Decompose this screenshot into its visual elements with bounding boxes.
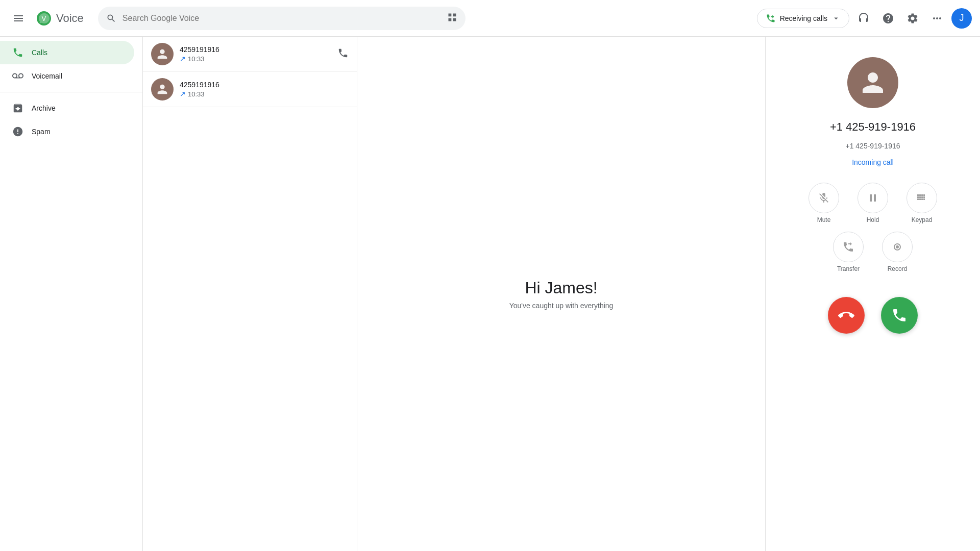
main-container: Calls Voicemail Archive Spam: [0, 37, 980, 551]
call-list-item[interactable]: 4259191916 ↗ 10:33: [143, 72, 357, 107]
menu-icon[interactable]: [8, 8, 29, 29]
accept-call-button[interactable]: [881, 297, 918, 334]
call-controls-row2: Transfer Record: [828, 232, 918, 272]
mute-circle: [808, 183, 839, 213]
svg-point-2: [896, 245, 899, 248]
sidebar-spam-label: Spam: [32, 128, 51, 136]
svg-text:V: V: [41, 14, 46, 22]
logo-text: Voice: [56, 12, 84, 25]
call-number: 4259191916: [180, 81, 349, 89]
hold-button[interactable]: Hold: [852, 183, 893, 223]
voicemail-icon: [12, 70, 23, 82]
search-bar: [98, 7, 465, 30]
call-info: 4259191916 ↗ 10:33: [180, 81, 349, 98]
keypad-circle: [906, 183, 937, 213]
headset-button[interactable]: [853, 8, 874, 29]
spam-icon: [12, 126, 23, 137]
sidebar-item-voicemail[interactable]: Voicemail: [0, 64, 134, 88]
logo-area: V Voice: [35, 9, 84, 28]
help-button[interactable]: [878, 8, 898, 29]
calls-icon: [12, 47, 23, 58]
call-info: 4259191916 ↗ 10:33: [180, 45, 331, 63]
sidebar: Calls Voicemail Archive Spam: [0, 37, 143, 551]
record-button[interactable]: Record: [877, 232, 918, 272]
transfer-circle: [833, 232, 864, 262]
decline-call-button[interactable]: [828, 297, 865, 334]
call-phone-icon[interactable]: [337, 47, 349, 61]
call-number: 4259191916: [180, 45, 331, 54]
call-action-buttons: [828, 297, 918, 334]
hold-circle: [857, 183, 888, 213]
archive-icon: [12, 103, 23, 114]
call-time: 10:33: [188, 90, 205, 98]
header-right: Receiving calls J: [757, 8, 972, 29]
call-arrow-icon: ↗: [180, 55, 186, 63]
search-icon: [106, 13, 116, 23]
greeting-subtitle: You've caught up with everything: [509, 302, 614, 310]
search-grid-icon[interactable]: [447, 12, 457, 24]
caller-avatar: [151, 78, 174, 101]
sidebar-archive-label: Archive: [32, 104, 56, 112]
user-avatar[interactable]: J: [951, 8, 972, 29]
hold-label: Hold: [867, 216, 879, 223]
sidebar-item-archive[interactable]: Archive: [0, 96, 134, 120]
caller-number-sub: +1 425-919-1916: [845, 142, 900, 150]
call-list-item[interactable]: 4259191916 ↗ 10:33: [143, 37, 357, 72]
transfer-button[interactable]: Transfer: [828, 232, 869, 272]
incoming-call-panel: +1 425-919-1916 +1 425-919-1916 Incoming…: [766, 37, 980, 551]
mute-label: Mute: [817, 216, 831, 223]
incoming-caller-avatar: [847, 57, 898, 108]
keypad-label: Keypad: [912, 216, 933, 223]
call-status: Incoming call: [852, 158, 894, 166]
header: V Voice Receiving calls: [0, 0, 980, 37]
transfer-label: Transfer: [837, 265, 860, 272]
settings-button[interactable]: [902, 8, 923, 29]
voice-logo-icon: V: [35, 9, 53, 28]
mute-button[interactable]: Mute: [803, 183, 844, 223]
dropdown-chevron-icon: [831, 14, 841, 23]
call-arrow-icon: ↗: [180, 90, 186, 98]
record-circle: [882, 232, 913, 262]
keypad-button[interactable]: Keypad: [901, 183, 942, 223]
record-label: Record: [888, 265, 908, 272]
apps-button[interactable]: [927, 8, 947, 29]
call-time-row: ↗ 10:33: [180, 55, 331, 63]
sidebar-item-spam[interactable]: Spam: [0, 120, 134, 143]
receiving-calls-button[interactable]: Receiving calls: [757, 9, 849, 28]
caller-avatar: [151, 43, 174, 65]
search-input[interactable]: [122, 14, 441, 23]
sidebar-item-calls[interactable]: Calls: [0, 41, 134, 64]
receiving-calls-icon: [766, 13, 776, 23]
caller-number-display: +1 425-919-1916: [830, 120, 916, 134]
sidebar-calls-label: Calls: [32, 48, 47, 57]
main-content-area: Hi James! You've caught up with everythi…: [357, 37, 766, 551]
call-list-panel: 4259191916 ↗ 10:33 4259191916: [143, 37, 357, 551]
greeting-title: Hi James!: [525, 279, 597, 297]
sidebar-voicemail-label: Voicemail: [32, 72, 62, 80]
call-time-row: ↗ 10:33: [180, 90, 349, 98]
call-time: 10:33: [188, 55, 205, 63]
call-controls-row1: Mute Hold Keypad: [803, 183, 942, 223]
receiving-calls-label: Receiving calls: [780, 14, 827, 22]
